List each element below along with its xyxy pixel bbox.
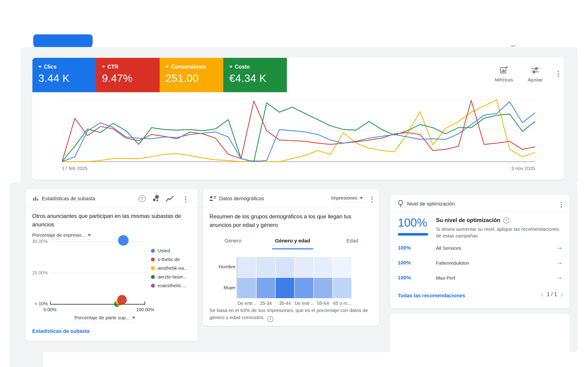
scatter-bubble-aesthetik-na [116, 300, 122, 306]
x-tick-100: 100.00% [133, 307, 157, 312]
scorecard-conversiones[interactable]: Conversiones251.00 [160, 58, 223, 92]
all-recommendations-link[interactable]: Todas las recomendaciones [398, 293, 465, 299]
metrics-chart-icon [500, 66, 508, 75]
scatter-legend: Usteds-thetic.deaesthetik-na...aerzte-la… [151, 248, 188, 292]
tab-g-nero[interactable]: Género [217, 238, 249, 244]
optimization-overflow-menu[interactable] [560, 201, 563, 209]
axis-end-tick [145, 301, 145, 304]
row-score: 100% [398, 260, 411, 266]
heatmap-row-label-hombre: Hombre [203, 264, 236, 269]
active-tab-underline [272, 248, 313, 249]
scatter-bubble-s-thetic-de [117, 295, 127, 305]
heatmap-col-label: 65 o m... [331, 301, 353, 306]
tab-g-nero-y-edad[interactable]: Género y edad [270, 238, 316, 244]
heatmap-cell [295, 278, 313, 298]
partial-icon [510, 43, 516, 47]
gridline [50, 241, 145, 242]
demographics-metric-value: Impresiones [331, 195, 357, 201]
optimization-score: 100% [398, 216, 427, 229]
help-icon[interactable]: ? [267, 316, 273, 322]
demographics-subtitle: Resumen de los grupos demográficos a los… [209, 212, 374, 229]
heatmap-col-label: 35-44 [274, 301, 296, 306]
scorecard-label: CTR [102, 64, 118, 70]
auction-overflow-menu[interactable] [184, 196, 187, 203]
scorecard-value: 9.47% [102, 72, 132, 84]
optimization-progress-bar [398, 233, 428, 236]
y-tick-25: 25.00% [26, 270, 48, 275]
auction-card-title: Estadísticas de subasta [42, 196, 95, 202]
dropdown-arrow-icon [166, 66, 169, 68]
heatmap-cell [276, 257, 294, 277]
tab-edad[interactable]: Edad [338, 238, 366, 244]
scorecard-clics[interactable]: Clics3.44 K [32, 58, 96, 92]
heatmap-cell [237, 257, 256, 277]
scatter-bubble-usted [118, 235, 129, 246]
row-arrow-icon[interactable]: → [556, 273, 563, 281]
x-axis-start-date: 17 feb 2025 [62, 166, 87, 171]
help-icon[interactable]: ? [503, 217, 509, 223]
heatmap-cell [295, 257, 313, 277]
demographics-metric-dropdown[interactable]: Impresiones [331, 195, 363, 202]
recommendation-row-faltenreduktion[interactable]: 100%Faltenreduktion→ [390, 258, 570, 269]
chart-overflow-menu[interactable] [557, 70, 560, 78]
sliders-icon [531, 66, 540, 75]
legend-label: Usted [157, 248, 170, 253]
heatmap-col-label: De entr... [236, 301, 258, 306]
x-axis-labels: 17 feb 2025 3 nov 2025 [62, 166, 535, 171]
legend-item-s-thetic-de: s-thetic.de [151, 257, 188, 262]
next-card-peek [390, 314, 570, 367]
dropdown-arrow-icon [132, 317, 135, 319]
metrics-button[interactable]: Métricas [491, 66, 517, 83]
auction-metric-dropdown-value: Porcentaje de impresio... [32, 232, 86, 238]
bar-chart-icon [32, 195, 39, 202]
heatmap-cell [257, 257, 275, 277]
demographics-card: Datos demográficos Impresiones Resumen d… [203, 189, 379, 326]
optimization-card-title: Nivel de optimización [407, 201, 455, 207]
dropdown-arrow-icon [360, 197, 363, 199]
heatmap-cell [237, 278, 256, 298]
bubble-chart-icon[interactable] [152, 194, 160, 202]
adjust-button[interactable]: Ajustar [523, 66, 548, 83]
axis-end-tick [50, 301, 51, 304]
help-icon[interactable]: ? [139, 195, 146, 202]
scorecard-label: Conversiones [166, 64, 206, 70]
line-chart-icon[interactable] [165, 195, 174, 203]
performance-card: Clics3.44 KCTR9.47%Conversiones251.00Cos… [32, 57, 564, 180]
heatmap-cell [333, 278, 351, 298]
row-arrow-icon[interactable]: → [556, 244, 563, 251]
heatmap-cell [333, 257, 351, 277]
panel-corner-stub [10, 351, 43, 367]
row-arrow-icon[interactable]: → [556, 259, 563, 266]
legend-dot [151, 284, 155, 288]
legend-dot [151, 275, 155, 279]
auction-axis-dropdown-value: Porcentaje de parte sup... [74, 315, 130, 320]
legend-label: s-thetic.de [157, 257, 180, 262]
y-tick-40: 40.00% [26, 239, 48, 244]
row-label: Faltenreduktion [436, 260, 469, 266]
dropdown-arrow-icon [88, 234, 91, 236]
auction-insights-card: Estadísticas de subasta ? Otros anuncian… [26, 189, 198, 341]
legend-label: aerzte-laser... [157, 274, 187, 280]
scorecard-ctr[interactable]: CTR9.47% [96, 58, 160, 92]
auction-footer-link[interactable]: Estadísticas de subasta [32, 328, 89, 334]
pagination: ‹ 1 / 1 › [541, 291, 563, 298]
heatmap-axis-line [237, 257, 237, 298]
series-costo [62, 103, 535, 162]
heatmap-row-label-mujer: Mujer [203, 285, 236, 290]
next-page-icon[interactable]: › [560, 291, 563, 298]
prev-page-icon[interactable]: ‹ [541, 291, 544, 298]
gridline [50, 273, 145, 273]
scorecard-costo[interactable]: Costo€4.34 K [223, 58, 287, 92]
legend-label: eraesthetic.... [157, 283, 187, 288]
dropdown-arrow-icon [102, 66, 105, 68]
recommendation-row-all-services[interactable]: 100%All Services→ [390, 243, 570, 255]
x-tick-0: 0.00% [41, 307, 59, 312]
auction-axis-dropdown[interactable]: Porcentaje de parte sup... [74, 315, 135, 322]
heatmap-col-label: De entr... [293, 301, 315, 306]
demographics-card-title: Datos demográficos [219, 196, 264, 202]
scorecard-value: 3.44 K [38, 72, 69, 84]
demographics-overflow-menu[interactable] [371, 196, 373, 203]
legend-item-eraesthetic: eraesthetic.... [151, 283, 188, 288]
recommendation-row-max-perf[interactable]: 100%Max Perf→ [390, 273, 570, 284]
scorecard-value: 251.00 [166, 72, 199, 84]
